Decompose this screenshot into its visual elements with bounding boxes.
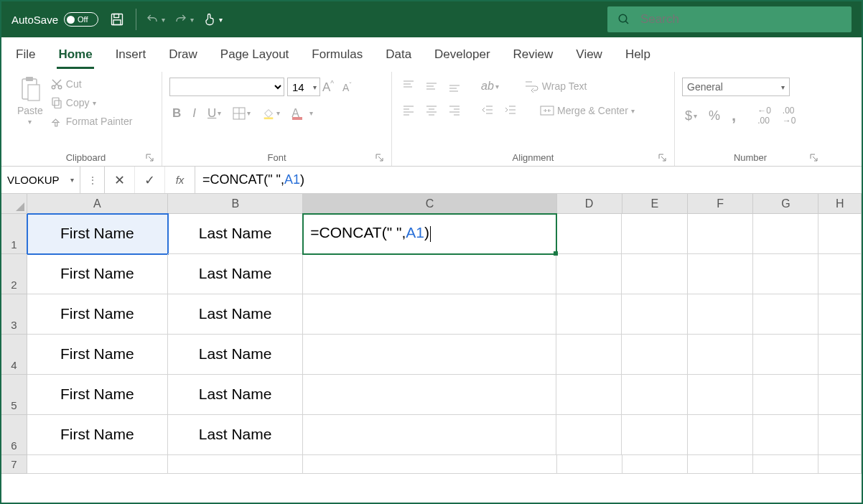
cell-h3[interactable] — [818, 294, 862, 335]
cell-b3[interactable]: Last Name — [168, 294, 303, 335]
col-header-e[interactable]: E — [622, 194, 688, 214]
cell-e1[interactable] — [622, 214, 687, 254]
font-name-select[interactable] — [169, 78, 284, 96]
copy-button[interactable]: Copy ▾ — [47, 95, 136, 111]
cell-c6[interactable] — [303, 415, 556, 455]
cell-a1[interactable]: First Name — [27, 214, 168, 254]
cut-button[interactable]: Cut — [47, 76, 136, 92]
row-header-5[interactable]: 5 — [1, 375, 27, 415]
cell-f1[interactable] — [688, 214, 753, 254]
col-header-b[interactable]: B — [168, 194, 303, 214]
tab-page-layout[interactable]: Page Layout — [219, 42, 290, 69]
format-painter-button[interactable]: Format Painter — [47, 113, 136, 129]
col-header-g[interactable]: G — [753, 194, 818, 214]
row-header-1[interactable]: 1 — [1, 214, 27, 254]
cell-d5[interactable] — [556, 375, 622, 415]
cell-f5[interactable] — [688, 375, 753, 415]
paste-button[interactable]: Paste ▾ — [17, 75, 43, 149]
cell-g2[interactable] — [753, 254, 818, 294]
cell-g4[interactable] — [753, 335, 818, 375]
dialog-launcher-icon[interactable] — [658, 154, 667, 162]
tab-view[interactable]: View — [574, 42, 604, 69]
cell-g5[interactable] — [753, 375, 818, 415]
cell-d7[interactable] — [557, 455, 622, 474]
italic-button[interactable]: I — [190, 104, 199, 123]
redo-button[interactable]: ▾ — [174, 13, 194, 26]
tab-insert[interactable]: Insert — [114, 42, 148, 69]
cell-g1[interactable] — [753, 214, 818, 254]
decrease-font-button[interactable]: Aˇ — [340, 79, 354, 95]
cell-c2[interactable] — [303, 254, 556, 294]
increase-indent-button[interactable] — [501, 102, 520, 119]
undo-button[interactable]: ▾ — [145, 13, 165, 26]
font-size-input[interactable] — [287, 78, 320, 96]
cell-c5[interactable] — [303, 375, 556, 415]
cell-c4[interactable] — [303, 335, 556, 375]
tab-data[interactable]: Data — [384, 42, 413, 69]
cell-g7[interactable] — [753, 455, 818, 474]
col-header-f[interactable]: F — [688, 194, 753, 214]
align-top-button[interactable] — [399, 78, 418, 95]
number-format-select[interactable]: General▾ — [682, 78, 790, 96]
tab-developer[interactable]: Developer — [433, 42, 492, 69]
cell-f3[interactable] — [688, 294, 753, 335]
formula-input[interactable]: =CONCAT(" ",A1) — [195, 167, 862, 193]
cell-f7[interactable] — [688, 455, 753, 474]
cell-h6[interactable] — [818, 415, 862, 455]
col-header-a[interactable]: A — [27, 194, 168, 214]
decrease-indent-button[interactable] — [478, 102, 497, 119]
cell-e3[interactable] — [622, 294, 687, 335]
cell-a7[interactable] — [27, 455, 168, 474]
orientation-button[interactable]: ab▾ — [478, 78, 502, 95]
cell-f6[interactable] — [688, 415, 753, 455]
tab-formulas[interactable]: Formulas — [310, 42, 364, 69]
cell-b2[interactable]: Last Name — [168, 254, 303, 294]
tab-review[interactable]: Review — [512, 42, 555, 69]
col-header-c[interactable]: C — [303, 194, 556, 214]
bold-button[interactable]: B — [169, 104, 184, 123]
tab-file[interactable]: File — [14, 42, 37, 69]
cell-g6[interactable] — [753, 415, 818, 455]
dialog-launcher-icon[interactable] — [810, 154, 818, 162]
cell-b6[interactable]: Last Name — [168, 415, 303, 455]
cell-e7[interactable] — [622, 455, 688, 474]
cell-h1[interactable] — [818, 214, 862, 254]
search-input[interactable] — [640, 12, 841, 27]
accounting-format-button[interactable]: $▾ — [682, 106, 700, 126]
fill-color-button[interactable]: ▾ — [259, 105, 283, 122]
font-color-button[interactable]: A ▾ — [289, 105, 316, 122]
accept-formula-button[interactable]: ✓ — [135, 167, 165, 193]
underline-button[interactable]: U▾ — [205, 104, 224, 123]
cell-b1[interactable]: Last Name — [168, 214, 303, 254]
wrap-text-button[interactable]: Wrap Text — [522, 78, 590, 94]
cell-c1[interactable]: =CONCAT(" ",A1) — [303, 214, 556, 254]
cell-d3[interactable] — [556, 294, 622, 335]
align-left-button[interactable] — [399, 102, 418, 119]
borders-button[interactable]: ▾ — [230, 105, 253, 122]
cell-b4[interactable]: Last Name — [168, 335, 303, 375]
cell-b7[interactable] — [168, 455, 303, 474]
cell-f2[interactable] — [688, 254, 753, 294]
cancel-formula-button[interactable]: ✕ — [105, 167, 135, 193]
align-middle-button[interactable] — [422, 78, 441, 95]
cell-a3[interactable]: First Name — [27, 294, 168, 335]
cell-h5[interactable] — [818, 375, 862, 415]
cell-e4[interactable] — [622, 335, 687, 375]
cell-c3[interactable] — [303, 294, 556, 335]
select-all-corner[interactable] — [1, 194, 27, 214]
cell-d1[interactable] — [556, 214, 622, 254]
cell-e5[interactable] — [622, 375, 687, 415]
row-header-4[interactable]: 4 — [1, 335, 27, 375]
percent-format-button[interactable]: % — [706, 106, 723, 126]
tab-draw[interactable]: Draw — [167, 42, 199, 69]
cell-c7[interactable] — [303, 455, 556, 474]
name-box[interactable]: VLOOKUP ▾ — [1, 167, 80, 193]
comma-format-button[interactable]: , — [729, 104, 739, 127]
cell-d4[interactable] — [556, 335, 622, 375]
align-center-button[interactable] — [422, 102, 441, 119]
cell-a6[interactable]: First Name — [27, 415, 168, 455]
cell-e6[interactable] — [622, 415, 687, 455]
cell-h2[interactable] — [818, 254, 862, 294]
col-header-h[interactable]: H — [818, 194, 862, 214]
cell-g3[interactable] — [753, 294, 818, 335]
